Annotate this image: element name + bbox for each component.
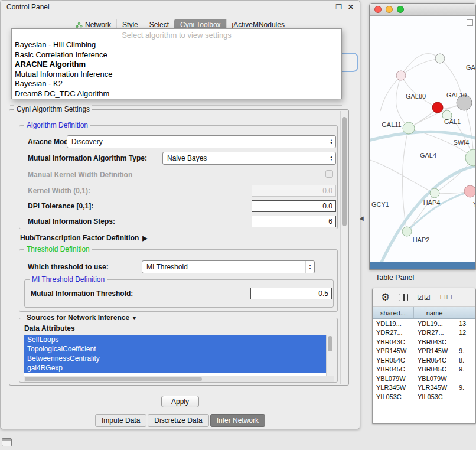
table-row[interactable]: YBR043C YBR043C — [373, 337, 475, 347]
group-title: MI Threshold Definition — [30, 275, 107, 283]
cell: YBR043C — [414, 338, 455, 345]
selected-value: MI Threshold — [142, 263, 305, 271]
list-scrollbar-thumb[interactable] — [328, 336, 332, 351]
table-row[interactable]: YDL19... YDL19... 13 — [373, 319, 475, 328]
list-item[interactable]: SelfLoops — [24, 335, 326, 344]
table-panel-window: ⚙ ☑☑ ☐☐ shared... name YDL19... YDL19...… — [372, 288, 476, 424]
float-window-icon[interactable]: ❐ — [335, 4, 342, 11]
tab-infer-network[interactable]: Infer Network — [210, 414, 265, 427]
control-panel-window: Control Panel ❐ ✕ Network Style Select C… — [0, 0, 360, 429]
group-title: Algorithm Definition — [24, 121, 90, 129]
selected-value: Naive Bayes — [163, 154, 327, 162]
attributes-list: SelfLoops TopologicalCoefficient Between… — [24, 335, 334, 376]
cell: YLR345W — [373, 384, 414, 391]
table-row[interactable]: YPR145W YPR145W 9. — [373, 347, 475, 356]
list-hscrollbar-track[interactable] — [24, 376, 334, 382]
mi-threshold-field[interactable] — [250, 288, 332, 299]
node-label: GAL1 — [444, 118, 461, 125]
which-threshold-select[interactable]: MI Threshold ▴ ▾ — [142, 260, 315, 273]
dropdown-item[interactable]: Dream8 DC_TDC Algorithm — [12, 89, 341, 99]
column-header-shared[interactable]: shared... — [373, 307, 414, 318]
sources-group-title[interactable]: Sources for Network Inference ▼ — [24, 314, 139, 322]
network-node[interactable] — [465, 149, 476, 166]
list-item[interactable]: gal4RGexp — [24, 363, 326, 373]
network-node-pink[interactable] — [464, 185, 476, 197]
tab-impute-data[interactable]: Impute Data — [95, 414, 146, 427]
network-node[interactable] — [402, 227, 412, 236]
table-row[interactable]: YLR345W YLR345W 9. — [373, 383, 475, 393]
collapsed-panel-icon[interactable] — [2, 438, 12, 446]
tab-label: Network — [85, 21, 111, 29]
close-window-icon[interactable]: ✕ — [348, 4, 354, 11]
network-node[interactable] — [396, 71, 406, 80]
cell: 9. — [455, 366, 475, 373]
table-row[interactable]: YER054C YER054C 8. — [373, 356, 475, 365]
group-title: Threshold Definition — [24, 245, 92, 253]
mi-type-select[interactable]: Naive Bayes ▴ ▾ — [162, 152, 336, 165]
zoom-traffic-light[interactable] — [397, 6, 404, 13]
mi-steps-field[interactable] — [252, 216, 336, 227]
cell: YBR045C — [414, 366, 455, 373]
table-row[interactable]: YBR045C YBR045C 9. — [373, 365, 475, 374]
mi-threshold-group: MI Threshold Definition Mutual Informati… — [24, 279, 334, 308]
list-item[interactable]: TopologicalCoefficient — [24, 344, 326, 354]
dropdown-item-selected[interactable]: ARACNE Algorithm — [12, 60, 341, 70]
window-title: Control Panel — [6, 3, 50, 11]
dropdown-item[interactable]: Bayesian - Hill Climbing — [12, 40, 341, 50]
dpi-tolerance-field[interactable] — [252, 200, 336, 212]
network-frame-bar — [370, 262, 475, 269]
column-header-extra[interactable] — [455, 307, 475, 318]
cell: YDR27... — [373, 329, 414, 336]
node-label: HAP2 — [413, 236, 430, 243]
birdseye-toggle[interactable] — [467, 19, 473, 26]
bottom-tabs: Impute Data Discretize Data Infer Networ… — [1, 414, 360, 427]
network-icon — [76, 21, 83, 28]
selected-value: Discovery — [67, 138, 327, 146]
network-view-window: GAL80 GAL10 GAL11 GAL1 SWI4 GAL4 GCY1 HA… — [369, 3, 476, 270]
node-label: GAL80 — [406, 93, 426, 100]
settings-scrollbar-track[interactable] — [340, 111, 348, 384]
unchecked-boxes-icon[interactable]: ☐☐ — [440, 294, 453, 301]
list-hscrollbar-thumb[interactable] — [25, 377, 202, 381]
table-header: shared... name — [373, 307, 475, 319]
network-node-red[interactable] — [432, 102, 443, 113]
table-toolbar: ⚙ ☑☑ ☐☐ — [373, 288, 475, 307]
cell: YDL19... — [414, 320, 455, 327]
list-item[interactable]: BetweennessCentrality — [24, 354, 326, 363]
node-label-clipped: Y — [473, 201, 476, 208]
network-node[interactable] — [435, 54, 445, 63]
hub-definition-expander[interactable]: Hub/Transcription Factor Definition ▶ — [20, 234, 148, 242]
table-row[interactable]: YBL079W YBL079W — [373, 374, 475, 383]
dropdown-item[interactable]: Mutual Information Inference — [12, 70, 341, 80]
table-row[interactable]: YDR27... YDR27... 12 — [373, 328, 475, 338]
column-header-name[interactable]: name — [414, 307, 455, 318]
cell: YER054C — [414, 357, 455, 364]
gear-icon[interactable]: ⚙ — [381, 292, 390, 302]
data-attributes-label: Data Attributes — [24, 324, 75, 332]
splitter-collapse-icon[interactable]: ◀ — [359, 215, 364, 221]
network-canvas[interactable]: GAL80 GAL10 GAL11 GAL1 SWI4 GAL4 GCY1 HA… — [370, 17, 475, 269]
node-label: GAL4 — [420, 152, 436, 159]
collapse-down-icon: ▼ — [131, 315, 137, 321]
table-columns-icon[interactable] — [399, 294, 408, 301]
network-node[interactable] — [430, 188, 439, 198]
cell: YLR345W — [414, 384, 455, 391]
aracne-mode-select[interactable]: Discovery ▴ ▾ — [67, 135, 336, 148]
tab-discretize-data[interactable]: Discretize Data — [148, 414, 208, 427]
network-window-titlebar — [370, 4, 475, 16]
close-traffic-light[interactable] — [374, 6, 382, 13]
settings-scrollbar-thumb[interactable] — [342, 117, 347, 226]
cell: 12 — [455, 329, 475, 336]
node-label: GAL10 — [446, 92, 467, 99]
minimize-traffic-light[interactable] — [386, 6, 393, 13]
list-scrollbar-track[interactable] — [326, 335, 334, 376]
checked-boxes-icon[interactable]: ☑☑ — [417, 294, 431, 302]
network-node[interactable] — [403, 122, 415, 134]
dropdown-item[interactable]: Bayesian - K2 — [12, 79, 341, 89]
node-label: HAP4 — [423, 199, 441, 206]
apply-button[interactable]: Apply — [161, 396, 199, 407]
table-row[interactable]: YIL053C YIL053C — [373, 392, 475, 402]
kernel-width-field — [252, 185, 336, 197]
dropdown-item[interactable]: Basic Correlation Inference — [12, 50, 341, 60]
down-arrow-icon: ▾ — [330, 158, 332, 161]
